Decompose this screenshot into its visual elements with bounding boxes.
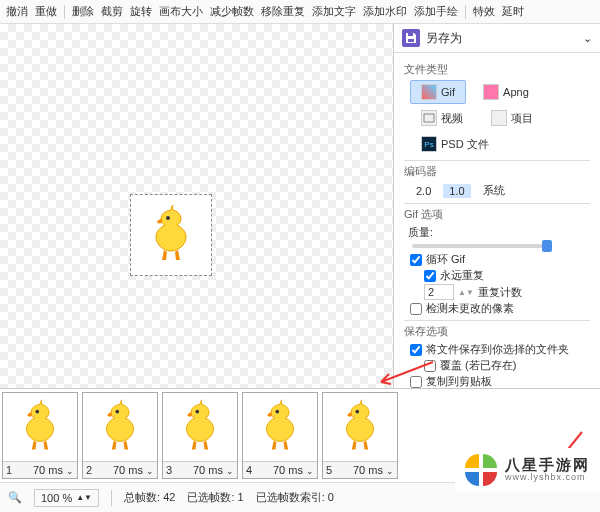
add-watermark-button[interactable]: 添加水印 [363, 4, 407, 19]
filetype-gif[interactable]: Gif [410, 80, 466, 104]
frame-delay: 70 ms [273, 464, 303, 476]
filetype-apng[interactable]: Apng [472, 80, 540, 104]
frame-number: 4 [246, 464, 252, 476]
redo-button[interactable]: 重做 [35, 4, 57, 19]
frame-delay: 70 ms [193, 464, 223, 476]
encoder-20[interactable]: 2.0 [410, 184, 437, 198]
loop-gif-checkbox[interactable] [410, 254, 422, 266]
copy-clipboard-checkbox[interactable] [410, 376, 422, 388]
frame-number: 3 [166, 464, 172, 476]
quality-slider[interactable] [412, 244, 552, 248]
svg-point-5 [115, 410, 119, 414]
file-type-label: 文件类型 [404, 62, 590, 77]
canvas-size-button[interactable]: 画布大小 [159, 4, 203, 19]
svg-point-4 [35, 410, 39, 414]
frame-number: 1 [6, 464, 12, 476]
chevron-down-icon[interactable]: ⌄ [146, 466, 154, 476]
freehand-button[interactable]: 添加手绘 [414, 4, 458, 19]
gif-options-label: Gif 选项 [404, 207, 590, 222]
frame-number: 5 [326, 464, 332, 476]
frame-delay: 70 ms [33, 464, 63, 476]
chevron-down-icon[interactable]: ⌄ [583, 32, 592, 45]
encoder-system[interactable]: 系统 [477, 182, 511, 199]
search-icon[interactable]: 🔍 [8, 491, 22, 504]
overwrite-checkbox[interactable] [424, 360, 436, 372]
remove-dup-button[interactable]: 移除重复 [261, 4, 305, 19]
filetype-video[interactable]: 视频 [410, 106, 474, 130]
frame-item[interactable]: 470 ms ⌄ [242, 392, 318, 479]
filetype-project[interactable]: 项目 [480, 106, 544, 130]
save-to-folder-checkbox[interactable] [410, 344, 422, 356]
chevron-down-icon[interactable]: ⌄ [306, 466, 314, 476]
zoom-control[interactable]: 100 %▲▼ [34, 489, 99, 507]
encoder-label: 编码器 [404, 164, 590, 179]
detect-unchanged-checkbox[interactable] [410, 303, 422, 315]
effects-button[interactable]: 特效 [473, 4, 495, 19]
watermark-overlay: 八星手游网 www.lyshbx.com [455, 448, 600, 492]
repeat-count-input[interactable]: 2 [424, 284, 454, 300]
encoder-10[interactable]: 1.0 [443, 184, 470, 198]
frame-number: 2 [86, 464, 92, 476]
svg-point-7 [275, 410, 279, 414]
save-icon [402, 29, 420, 47]
brand-url: www.lyshbx.com [505, 473, 590, 483]
svg-point-0 [166, 216, 170, 220]
frame-delay: 70 ms [353, 464, 383, 476]
chevron-down-icon[interactable]: ⌄ [226, 466, 234, 476]
rotate-button[interactable]: 旋转 [130, 4, 152, 19]
crop-button[interactable]: 截剪 [101, 4, 123, 19]
save-options-label: 保存选项 [404, 324, 590, 339]
toolbar: 撤消 重做 删除 截剪 旋转 画布大小 减少帧数 移除重复 添加文字 添加水印 … [0, 0, 600, 24]
delete-button[interactable]: 删除 [72, 4, 94, 19]
frame-item[interactable]: 370 ms ⌄ [162, 392, 238, 479]
repeat-forever-checkbox[interactable] [424, 270, 436, 282]
frame-item[interactable]: 270 ms ⌄ [82, 392, 158, 479]
current-frame-preview [130, 194, 212, 276]
delay-button[interactable]: 延时 [502, 4, 524, 19]
brand-name: 八星手游网 [505, 457, 590, 474]
reduce-frames-button[interactable]: 减少帧数 [210, 4, 254, 19]
total-frames: 总帧数: 42 [124, 490, 175, 505]
undo-button[interactable]: 撤消 [6, 4, 28, 19]
svg-point-6 [195, 410, 199, 414]
svg-rect-1 [408, 33, 413, 36]
chevron-down-icon[interactable]: ⌄ [66, 466, 74, 476]
canvas-area[interactable] [0, 24, 393, 388]
selected-frames: 已选帧数: 1 [187, 490, 243, 505]
svg-rect-3 [424, 114, 434, 122]
chevron-down-icon[interactable]: ⌄ [386, 466, 394, 476]
quality-label: 质量: [408, 226, 433, 238]
filetype-psd[interactable]: PsPSD 文件 [410, 132, 500, 156]
frame-delay: 70 ms [113, 464, 143, 476]
save-as-panel: 另存为 ⌄ 文件类型 Gif Apng 视频 项目 PsPSD 文件 编码器 2… [393, 24, 600, 388]
svg-point-8 [355, 410, 359, 414]
frame-item[interactable]: 170 ms ⌄ [2, 392, 78, 479]
brand-logo-icon [465, 454, 497, 486]
svg-rect-2 [408, 39, 414, 42]
frame-item[interactable]: 570 ms ⌄ [322, 392, 398, 479]
selected-index: 已选帧数索引: 0 [256, 490, 334, 505]
add-text-button[interactable]: 添加文字 [312, 4, 356, 19]
panel-title: 另存为 [426, 30, 462, 47]
